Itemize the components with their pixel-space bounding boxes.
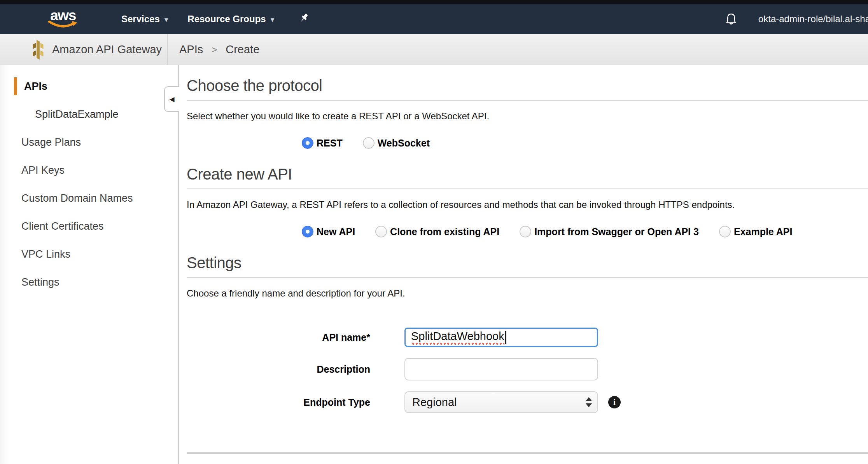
breadcrumb-item-apis[interactable]: APIs <box>179 43 203 56</box>
notifications-button[interactable] <box>725 12 737 26</box>
aws-console-window: aws Services ▾ Resource Groups ▾ <box>0 0 868 464</box>
aws-logo-text: aws <box>50 9 75 22</box>
breadcrumb-item-create: Create <box>226 43 259 56</box>
section-divider <box>187 188 868 189</box>
api-name-row: API name* SplitDataWebhook <box>187 328 868 347</box>
api-gateway-icon <box>31 38 45 61</box>
radio-unselected-icon[interactable] <box>375 226 387 237</box>
settings-form: API name* SplitDataWebhook Description E… <box>187 328 868 413</box>
sidebar-item-label: Client Certificates <box>21 220 104 232</box>
radio-label: WebSocket <box>378 138 430 149</box>
nav-menu: Services ▾ Resource Groups ▾ <box>121 4 310 34</box>
api-name-value: SplitDataWebhook <box>411 330 504 345</box>
active-indicator <box>14 77 17 95</box>
bell-icon <box>725 12 737 26</box>
aws-logo[interactable]: aws <box>46 9 80 28</box>
protocol-description: Select whether you would like to create … <box>187 110 868 122</box>
radio-unselected-icon[interactable] <box>363 137 374 149</box>
api-name-label: API name* <box>187 332 370 343</box>
collapse-arrow-icon: ◀ <box>169 95 174 103</box>
breadcrumb: APIs > Create <box>179 43 259 56</box>
radio-option-rest[interactable]: REST <box>302 137 343 149</box>
account-menu[interactable]: okta-admin-role/bilal.al-sha <box>758 14 868 24</box>
info-icon[interactable]: i <box>608 396 621 408</box>
breadcrumb-separator-icon: > <box>212 44 217 55</box>
description-label: Description <box>187 364 370 375</box>
sidebar-item-vpc-links[interactable]: VPC Links <box>0 240 178 268</box>
sidebar-item-apis[interactable]: APIs <box>0 72 178 100</box>
endpoint-type-row: Endpoint Type Regional i <box>187 391 868 413</box>
sidebar-item-label: SplitDataExample <box>35 108 119 120</box>
create-api-description: In Amazon API Gateway, a REST API refers… <box>187 199 868 211</box>
top-navbar: aws Services ▾ Resource Groups ▾ <box>0 4 868 34</box>
radio-option-example-api[interactable]: Example API <box>719 226 793 237</box>
description-input[interactable] <box>404 358 598 380</box>
services-caret-icon: ▾ <box>164 15 168 24</box>
select-arrows-icon <box>586 397 592 407</box>
protocol-section-title: Choose the protocol <box>187 76 868 95</box>
sidebar-item-label: Usage Plans <box>21 136 81 148</box>
sidebar-item-settings[interactable]: Settings <box>0 268 178 296</box>
settings-section-title: Settings <box>187 253 868 272</box>
protocol-radio-group: REST WebSocket <box>302 137 868 149</box>
api-name-input[interactable]: SplitDataWebhook <box>404 328 598 347</box>
bottom-divider <box>187 452 868 454</box>
radio-option-websocket[interactable]: WebSocket <box>363 137 430 149</box>
sidebar-item-usage-plans[interactable]: Usage Plans <box>0 128 178 156</box>
nav-right: okta-admin-role/bilal.al-sha <box>725 4 868 34</box>
sidebar-item-client-certificates[interactable]: Client Certificates <box>0 212 178 240</box>
window-chrome-strip <box>0 0 868 4</box>
sidebar-item-api-keys[interactable]: API Keys <box>0 156 178 184</box>
radio-selected-icon[interactable] <box>302 137 313 149</box>
nav-item-services[interactable]: Services ▾ <box>121 14 168 24</box>
endpoint-type-value: Regional <box>412 396 457 409</box>
radio-option-new-api[interactable]: New API <box>302 226 355 237</box>
radio-unselected-icon[interactable] <box>520 226 531 237</box>
settings-description: Choose a friendly name and description f… <box>187 288 868 299</box>
radio-label: Import from Swagger or Open API 3 <box>534 226 699 237</box>
create-api-radio-group: New API Clone from existing API Import f… <box>302 225 868 238</box>
endpoint-type-label: Endpoint Type <box>187 397 370 408</box>
service-name: Amazon API Gateway <box>52 43 162 56</box>
pin-shortcut-button[interactable] <box>298 12 310 26</box>
main-panel: Choose the protocol Select whether you w… <box>179 65 868 464</box>
text-cursor <box>505 331 506 344</box>
sidebar-item-splitdataexample[interactable]: SplitDataExample <box>0 100 178 128</box>
service-home-link[interactable]: Amazon API Gateway <box>0 34 168 65</box>
nav-item-resource-groups[interactable]: Resource Groups ▾ <box>187 14 274 24</box>
radio-label: Example API <box>734 226 793 237</box>
radio-option-clone-api[interactable]: Clone from existing API <box>375 226 499 237</box>
radio-label: REST <box>317 138 343 149</box>
breadcrumb-bar: Amazon API Gateway APIs > Create <box>0 34 868 65</box>
radio-label: New API <box>317 226 355 237</box>
sidebar-item-label: Settings <box>21 276 60 288</box>
content-area: APIs SplitDataExample Usage Plans API Ke… <box>0 65 868 464</box>
section-divider <box>187 100 868 101</box>
radio-label: Clone from existing API <box>390 226 499 237</box>
description-row: Description <box>187 358 868 380</box>
sidebar-item-label: APIs <box>24 80 47 92</box>
resource-groups-label: Resource Groups <box>187 14 266 24</box>
sidebar-item-custom-domain-names[interactable]: Custom Domain Names <box>0 184 178 212</box>
sidebar-item-label: VPC Links <box>21 248 70 260</box>
sidebar-item-label: Custom Domain Names <box>21 192 133 204</box>
services-label: Services <box>121 14 160 24</box>
sidebar-collapse-button[interactable]: ◀ <box>164 86 179 112</box>
endpoint-type-select[interactable]: Regional <box>404 391 598 413</box>
section-divider <box>187 277 868 278</box>
create-api-section-title: Create new API <box>187 165 868 183</box>
radio-selected-icon[interactable] <box>302 226 313 237</box>
sidebar-item-label: API Keys <box>21 164 65 176</box>
sidebar: APIs SplitDataExample Usage Plans API Ke… <box>0 65 179 464</box>
resource-groups-caret-icon: ▾ <box>271 15 275 24</box>
pushpin-icon <box>298 12 310 26</box>
aws-smile-icon <box>48 21 78 28</box>
radio-option-import-swagger[interactable]: Import from Swagger or Open API 3 <box>520 226 699 237</box>
radio-unselected-icon[interactable] <box>719 226 731 237</box>
